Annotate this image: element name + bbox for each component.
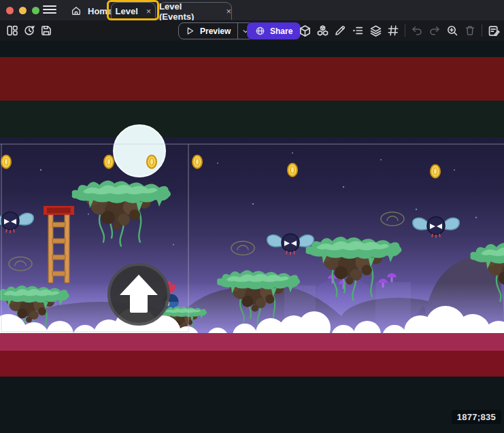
undo-icon: [411, 24, 423, 37]
share-label: Share: [270, 27, 292, 36]
coin[interactable]: [1, 156, 11, 169]
main-menu-icon[interactable]: [43, 5, 56, 15]
instance-properties-button[interactable]: [350, 22, 366, 39]
grid-icon: [387, 24, 399, 37]
share-button[interactable]: Share: [247, 22, 301, 39]
ground-crimson[interactable]: [0, 333, 504, 351]
redo-icon: [429, 24, 441, 37]
tab-home[interactable]: Home: [65, 2, 118, 20]
coin[interactable]: [431, 165, 440, 178]
properties-list-icon: [352, 24, 364, 37]
zoom-in-icon: [446, 24, 458, 37]
objects-panel-button[interactable]: [297, 22, 313, 39]
save-floppy-icon: [40, 24, 52, 37]
tab-level-close-icon[interactable]: ×: [146, 6, 152, 16]
coin[interactable]: [147, 156, 156, 169]
maximize-window-button[interactable]: [32, 7, 39, 14]
edit-notes-icon: [488, 24, 501, 37]
tab-level[interactable]: Level ×: [111, 2, 156, 20]
ground-dark-red[interactable]: [0, 351, 504, 377]
moon[interactable]: [114, 125, 165, 177]
history-button[interactable]: [21, 22, 37, 39]
undo-button[interactable]: [409, 22, 425, 39]
asset-store-button[interactable]: [314, 22, 331, 39]
layers-panel-button[interactable]: [367, 22, 384, 39]
toggle-grid-button[interactable]: [385, 22, 401, 39]
cursor-coordinates-badge: 1877;835: [452, 410, 501, 424]
minimize-window-button[interactable]: [19, 7, 27, 14]
tab-level-events-close-icon[interactable]: ×: [226, 6, 231, 16]
toolbar-divider: [482, 24, 482, 37]
pencil-icon: [334, 24, 346, 37]
tab-level-label: Level: [116, 6, 138, 16]
redo-button[interactable]: [426, 22, 443, 39]
preview-button[interactable]: Preview: [179, 23, 237, 39]
app-window: Home Level × Level (Events) ×: [0, 0, 504, 433]
toolbar-divider: [405, 24, 405, 37]
scene-canvas[interactable]: [0, 41, 504, 433]
toggle-panels-button[interactable]: [4, 22, 20, 39]
3d-box-icon: [299, 24, 312, 37]
edit-object-button[interactable]: [332, 22, 348, 39]
history-clock-icon: [23, 24, 35, 37]
preview-button-group: Preview: [178, 22, 254, 39]
delete-button[interactable]: [462, 22, 478, 39]
tab-home-label: Home: [88, 6, 112, 16]
edit-scene-events-button[interactable]: [486, 22, 502, 39]
top-red-band[interactable]: [0, 57, 504, 101]
tab-level-events-label: Level (Events): [159, 1, 218, 22]
close-window-button[interactable]: [6, 7, 14, 14]
editor-toolbar: Preview Share: [0, 20, 504, 41]
globe-icon: [255, 26, 265, 36]
zoom-button[interactable]: [444, 22, 460, 39]
preview-label: Preview: [200, 27, 231, 36]
layers-icon: [369, 24, 382, 37]
title-bar: Home Level × Level (Events) ×: [0, 0, 504, 20]
up-arrow-touch-control[interactable]: [109, 264, 169, 324]
panels-icon: [6, 24, 18, 37]
coin[interactable]: [104, 156, 114, 169]
home-icon: [71, 5, 82, 16]
save-button[interactable]: [38, 22, 54, 39]
play-icon: [185, 26, 195, 36]
trash-icon: [464, 24, 476, 37]
coin[interactable]: [192, 156, 202, 169]
asset-cubes-icon: [316, 24, 329, 37]
tab-level-events[interactable]: Level (Events) ×: [158, 2, 232, 20]
coin[interactable]: [288, 164, 297, 177]
dark-band: [0, 101, 504, 137]
